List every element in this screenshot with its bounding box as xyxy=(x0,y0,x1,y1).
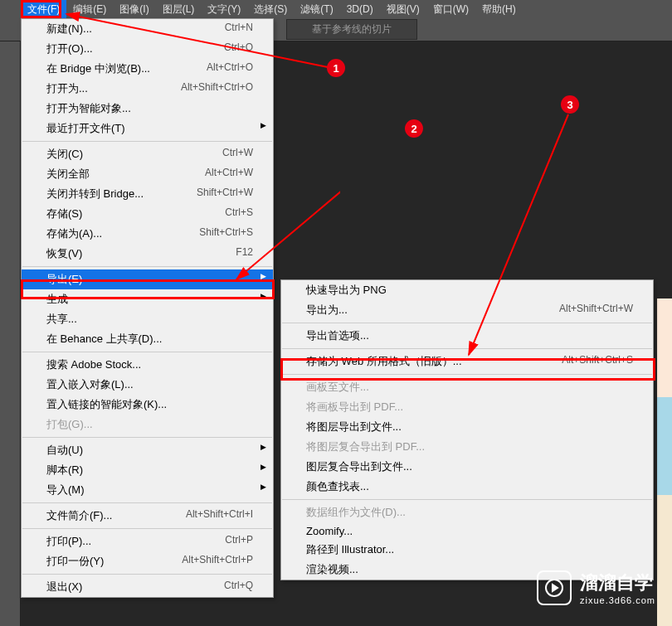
menu-separator xyxy=(282,323,652,323)
menu-separator xyxy=(22,437,272,438)
menu-separator xyxy=(22,141,272,142)
menu-edit[interactable]: 编辑(E) xyxy=(66,0,113,18)
menu-item-label: 打开为... xyxy=(46,81,88,96)
menu-item-label: 关闭并转到 Bridge... xyxy=(46,187,144,201)
menu-item-label: 数据组作为文件(D)... xyxy=(306,505,406,520)
menu-window[interactable]: 窗口(W) xyxy=(426,0,475,18)
menu-item: 画板至文件... xyxy=(281,377,653,397)
menu-item[interactable]: 共享... xyxy=(22,309,273,329)
menu-type[interactable]: 文字(Y) xyxy=(201,0,247,18)
menu-item-label: 画板至文件... xyxy=(306,380,369,395)
menu-item[interactable]: 路径到 Illustrator... xyxy=(281,540,653,560)
file-menu: 新建(N)...Ctrl+N打开(O)...Ctrl+O在 Bridge 中浏览… xyxy=(21,18,274,598)
menu-select[interactable]: 选择(S) xyxy=(247,0,294,18)
menu-layer[interactable]: 图层(L) xyxy=(156,0,202,18)
slice-guide-button[interactable]: 基于参考线的切片 xyxy=(286,19,417,40)
side-thumbnails xyxy=(657,298,672,626)
menu-item[interactable]: Zoomify... xyxy=(281,522,653,540)
menu-separator xyxy=(22,528,272,529)
menu-item-label: 导出首选项... xyxy=(306,328,369,343)
menu-item[interactable]: 关闭全部Alt+Ctrl+W xyxy=(22,164,273,184)
menu-item[interactable]: 退出(X)Ctrl+Q xyxy=(22,577,273,597)
menu-3d[interactable]: 3D(D) xyxy=(340,0,380,18)
menu-item-label: 文件简介(F)... xyxy=(46,508,112,523)
chevron-right-icon: ▶ xyxy=(261,463,266,471)
menu-item[interactable]: 存储(S)Ctrl+S xyxy=(22,204,273,224)
export-submenu: 快速导出为 PNG导出为...Alt+Shift+Ctrl+W导出首选项...存… xyxy=(280,279,654,580)
menu-item-label: 打印一份(Y) xyxy=(46,554,104,569)
menu-item-label: 打开为智能对象... xyxy=(46,101,131,116)
watermark-title: 溜溜自学 xyxy=(580,570,655,595)
menu-item-label: 将画板导出到 PDF... xyxy=(306,400,403,415)
menu-item[interactable]: 置入链接的智能对象(K)... xyxy=(22,395,273,415)
menu-item[interactable]: 快速导出为 PNG xyxy=(281,280,653,300)
menu-item[interactable]: 打印一份(Y)Alt+Shift+Ctrl+P xyxy=(22,551,273,571)
menu-item[interactable]: 导入(M)▶ xyxy=(22,480,273,500)
menu-item[interactable]: 置入嵌入对象(L)... xyxy=(22,375,273,395)
menu-item-label: 退出(X) xyxy=(46,580,82,594)
menu-item-label: 打印(P)... xyxy=(46,534,91,549)
menu-item[interactable]: 关闭(C)Ctrl+W xyxy=(22,144,273,164)
menu-item-label: 置入嵌入对象(L)... xyxy=(46,377,134,392)
menu-view[interactable]: 视图(V) xyxy=(380,0,426,18)
menu-item-shortcut: Shift+Ctrl+S xyxy=(199,226,253,241)
chevron-right-icon: ▶ xyxy=(261,121,266,129)
menu-item-label: 导出(E) xyxy=(46,272,82,287)
menubar: 文件(F) 编辑(E) 图像(I) 图层(L) 文字(Y) 选择(S) 滤镜(T… xyxy=(0,0,672,18)
menu-item[interactable]: 关闭并转到 Bridge...Shift+Ctrl+W xyxy=(22,184,273,204)
menu-item[interactable]: 在 Bridge 中浏览(B)...Alt+Ctrl+O xyxy=(22,59,273,79)
menu-file[interactable]: 文件(F) xyxy=(21,0,66,18)
menu-item[interactable]: 文件简介(F)...Alt+Shift+Ctrl+I xyxy=(22,506,273,526)
menu-item-label: 存储为 Web 所用格式（旧版）... xyxy=(306,354,462,369)
menu-separator xyxy=(282,499,652,500)
menu-item-shortcut: Ctrl+Q xyxy=(224,580,253,594)
menu-item[interactable]: 打开为智能对象... xyxy=(22,99,273,119)
menu-item[interactable]: 自动(U)▶ xyxy=(22,440,273,460)
marker-2: 2 xyxy=(405,119,423,138)
menu-item-label: Zoomify... xyxy=(306,525,353,537)
menu-item[interactable]: 打开(O)...Ctrl+O xyxy=(22,39,273,59)
menu-image[interactable]: 图像(I) xyxy=(113,0,155,18)
menu-item[interactable]: 导出(E)▶ xyxy=(22,269,273,289)
menu-item[interactable]: 最近打开文件(T)▶ xyxy=(22,119,273,138)
menu-separator xyxy=(22,502,272,503)
menu-item[interactable]: 存储为 Web 所用格式（旧版）...Alt+Shift+Ctrl+S xyxy=(281,352,653,371)
menu-item-label: 恢复(V) xyxy=(46,246,82,261)
menu-item-shortcut: Ctrl+P xyxy=(225,534,253,549)
menu-item[interactable]: 脚本(R)▶ xyxy=(22,460,273,480)
play-icon xyxy=(537,570,572,605)
menu-item-label: 关闭全部 xyxy=(46,167,90,182)
menu-item[interactable]: 存储为(A)...Shift+Ctrl+S xyxy=(22,224,273,244)
menu-item-shortcut: Alt+Ctrl+O xyxy=(207,61,253,76)
menu-item-shortcut: Alt+Ctrl+W xyxy=(205,167,253,182)
menu-item-shortcut: Ctrl+O xyxy=(224,41,253,56)
menu-item: 将图层复合导出到 PDF... xyxy=(281,437,653,457)
menu-item[interactable]: 生成▶ xyxy=(22,289,273,309)
menu-item-shortcut: Alt+Shift+Ctrl+S xyxy=(562,354,633,369)
menu-item-shortcut: Shift+Ctrl+W xyxy=(197,187,253,201)
menu-item-label: 将图层复合导出到 PDF... xyxy=(306,439,425,454)
menu-item-shortcut: Ctrl+S xyxy=(225,206,253,221)
menu-item-shortcut: Ctrl+N xyxy=(225,22,253,36)
menu-item-label: 存储(S) xyxy=(46,206,82,221)
menu-help[interactable]: 帮助(H) xyxy=(475,0,523,18)
menu-item[interactable]: 恢复(V)F12 xyxy=(22,244,273,264)
menu-item-label: 置入链接的智能对象(K)... xyxy=(46,397,167,412)
menu-item-shortcut: Alt+Shift+Ctrl+O xyxy=(181,81,253,96)
menu-item[interactable]: 新建(N)...Ctrl+N xyxy=(22,19,273,39)
menu-item[interactable]: 导出首选项... xyxy=(281,326,653,346)
menu-item-shortcut: Alt+Shift+Ctrl+I xyxy=(186,508,253,523)
menu-filter[interactable]: 滤镜(T) xyxy=(294,0,339,18)
menu-separator xyxy=(22,352,272,352)
menu-item[interactable]: 颜色查找表... xyxy=(281,477,653,497)
menu-item[interactable]: 导出为...Alt+Shift+Ctrl+W xyxy=(281,300,653,320)
marker-3: 3 xyxy=(561,95,579,114)
menu-item[interactable]: 打开为...Alt+Shift+Ctrl+O xyxy=(22,79,273,99)
menu-item[interactable]: 搜索 Adobe Stock... xyxy=(22,355,273,375)
menu-item[interactable]: 图层复合导出到文件... xyxy=(281,457,653,477)
menu-item[interactable]: 打印(P)...Ctrl+P xyxy=(22,531,273,551)
menu-item-label: 关闭(C) xyxy=(46,147,83,162)
menu-item[interactable]: 在 Behance 上共享(D)... xyxy=(22,329,273,349)
menu-item[interactable]: 将图层导出到文件... xyxy=(281,417,653,437)
svg-marker-6 xyxy=(553,585,558,591)
